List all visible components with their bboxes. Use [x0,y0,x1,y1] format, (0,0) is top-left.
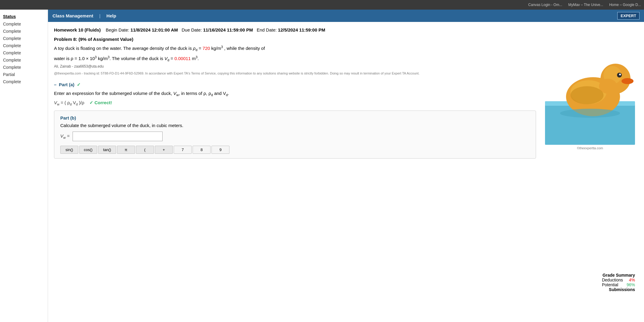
main-layout: Status Complete Complete Complete Comple… [0,10,644,322]
canvas-login-link[interactable]: Canvas Login - Om... [528,3,562,7]
user-info: Ali, Zainab - zaa6653@uta.edu [54,64,536,68]
nine-button[interactable]: 9 [211,146,229,154]
duck-image [545,37,635,145]
part-a-section: – Part (a) ✓ Enter an expression for the… [54,82,536,106]
potential-label: Potential [602,282,618,287]
pi-button[interactable]: π [117,146,135,154]
svg-point-7 [619,74,621,75]
Vw-ans-label: V [54,100,57,105]
sidebar-item-5[interactable]: Complete [0,49,48,56]
end-date: 12/5/2024 11:59:00 PM [278,27,325,32]
content-area: Class Management | Help EXPERT Homework … [48,10,644,322]
part-a-checkmark: ✓ [77,82,81,87]
Vw-b-sub: w [63,136,66,139]
Vw-b-label: V [60,133,63,138]
deductions-row: Deductions 4% [602,278,635,282]
grade-summary-title: Grade Summary [602,273,635,278]
sidebar-item-6[interactable]: Complete [0,56,48,64]
sidebar-item-1[interactable]: Complete [0,20,48,28]
potential-value: 96% [627,282,635,287]
V-d-sub: d [167,58,169,62]
hw-title: Homework 10 (Fluids) [54,27,101,32]
grade-summary: Grade Summary Deductions 4% Potential 96… [602,273,635,292]
rho-d-label: ρ [193,46,196,51]
class-management-link[interactable]: Class Management [52,13,93,18]
Vw-sub: w [176,93,179,97]
answer-row: Vw = [60,132,530,141]
calc-buttons: sin() cos() tan() π ( + 7 8 9 [60,146,530,154]
rho-d-ans-sub: d [70,102,72,106]
home-google-link[interactable]: Home – Google D... [609,3,641,7]
open-paren-button[interactable]: ( [136,146,154,154]
sidebar-item-7[interactable]: Complete [0,64,48,71]
tan-button[interactable]: tan() [98,146,116,154]
problem-text-section: Problem 8: (9% of Assignment Value) A to… [54,37,536,159]
text1: A toy duck is floating on the water. The… [54,46,192,51]
rho-d-sub: d [196,48,197,52]
problem-text-line1: A toy duck is floating on the water. The… [54,44,536,53]
sidebar-item-9[interactable]: Complete [0,78,48,85]
part-a-header: – Part (a) ✓ [54,82,536,87]
part-a-question: Enter an expression for the submerged vo… [54,90,536,98]
expert-badge: EXPERT [617,12,640,20]
classbar-separator: | [99,13,100,18]
rho-d-value: 720 [202,46,210,51]
sidebar: Status Complete Complete Complete Comple… [0,10,48,322]
answer-label: Vw = [60,133,70,139]
potential-row: Potential 96% [602,282,635,287]
V-d-value: 0.00011 [174,56,190,61]
sidebar-status-header[interactable]: Status [0,13,48,20]
Vd-q-sub: d [226,93,228,97]
mymav-link[interactable]: MyMav – The Unive... [568,3,603,7]
Vw-label: V [173,91,176,96]
svg-point-10 [571,86,604,104]
eight-button[interactable]: 8 [193,146,211,154]
problem-with-image: Problem 8: (9% of Assignment Value) A to… [54,37,638,159]
deductions-label: Deductions [602,278,623,282]
part-b-header: Part (b) [60,115,530,120]
begin-date: 11/8/2024 12:01:00 AM [130,27,178,32]
help-link[interactable]: Help [106,13,116,18]
sidebar-item-8-partial[interactable]: Partial [0,71,48,78]
svg-point-8 [622,78,634,84]
problem-text-line2: water is ρ = 1.0 × 103 kg/m3. The volume… [54,54,536,63]
duck-container: ©theexpertta.com [542,37,638,159]
cos-button[interactable]: cos() [79,146,97,154]
part-b-question: Calculate the submerged volume of the du… [60,123,530,128]
duck-copyright: ©theexpertta.com [577,146,603,150]
Vd-ans-sub: d [76,102,78,106]
Vw-ans-sub: w [57,102,59,106]
due-date: 11/16/2024 11:59:00 PM [203,27,253,32]
part-a-expand[interactable]: – [54,82,56,87]
part-a-answer: Vw = ( ρd Vd )/ρ ✓ Correct! [54,100,536,106]
correct-label: ✓ Correct! [89,100,112,105]
end-label: End Date: [257,27,277,32]
begin-label: Begin Date: [106,27,129,32]
plus-button[interactable]: + [155,146,173,154]
problem-statement: Problem 8: (9% of Assignment Value) [54,37,536,42]
problem-content: Homework 10 (Fluids) Begin Date: 11/8/20… [48,22,644,322]
sidebar-item-4[interactable]: Complete [0,42,48,49]
deductions-value: 4% [629,278,635,282]
answer-input[interactable] [73,132,163,141]
sin-button[interactable]: sin() [60,146,78,154]
V-d-label: V [164,56,167,61]
browser-top-bar: Canvas Login - Om... MyMav – The Unive..… [0,0,644,10]
sidebar-item-3[interactable]: Complete [0,35,48,42]
part-b-box: Part (b) Calculate the submerged volume … [54,111,536,159]
tracking-info: @theexpertta.com - tracking id: 5T88-FD-… [54,71,536,76]
seven-button[interactable]: 7 [174,146,192,154]
sidebar-item-2[interactable]: Complete [0,28,48,35]
class-mgmt-bar: Class Management | Help EXPERT [48,10,644,22]
hw-header: Homework 10 (Fluids) Begin Date: 11/8/20… [54,26,638,34]
submissions-label: Submissions [602,287,635,292]
part-a-label: Part (a) [59,82,74,87]
text2: , while the density of [224,46,265,51]
due-label: Due Date: [182,27,202,32]
rho-d-q-sub: d [211,93,213,97]
svg-point-11 [560,109,620,118]
